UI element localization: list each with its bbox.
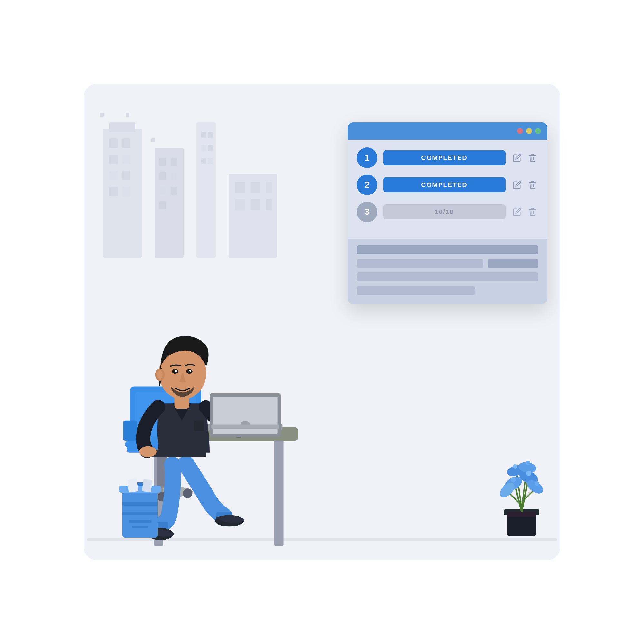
svg-rect-31 [266,199,272,210]
svg-rect-20 [208,132,213,138]
edit-icon-2[interactable] [511,179,523,191]
svg-rect-22 [208,145,213,151]
task-number-3: 3 [357,202,377,222]
svg-point-96 [526,471,531,476]
svg-point-98 [535,481,539,486]
svg-rect-2 [109,138,118,148]
svg-point-47 [183,488,192,498]
scene: 1 COMPLETED [32,32,612,612]
lower-sub-item-1a [357,259,483,268]
task-actions-1 [511,152,538,164]
task-number-2: 2 [357,175,377,195]
svg-rect-70 [211,424,279,429]
svg-rect-28 [266,182,272,193]
svg-rect-4 [109,155,118,164]
svg-point-95 [511,477,516,482]
titlebar-dot-green [535,128,541,134]
svg-point-97 [503,485,508,489]
svg-rect-36 [274,437,283,546]
task-number-1: 1 [357,147,377,168]
svg-rect-73 [122,502,158,506]
svg-rect-82 [507,512,536,517]
lower-sub-row-1 [357,259,538,268]
svg-rect-27 [251,182,260,193]
task-actions-2 [511,179,538,191]
city-skyline [90,97,316,258]
task-row-1: 1 COMPLETED [357,147,538,168]
trash-bin [116,473,164,538]
svg-rect-24 [208,158,213,164]
task-status-1: COMPLETED [383,150,506,165]
svg-rect-8 [109,187,118,196]
svg-point-62 [172,369,178,374]
svg-rect-55 [194,421,204,431]
svg-rect-14 [171,172,177,180]
svg-rect-18 [196,122,216,258]
svg-rect-26 [235,182,245,193]
svg-rect-77 [132,526,148,528]
svg-rect-30 [251,199,260,210]
svg-rect-78 [127,478,138,493]
svg-rect-32 [100,113,104,117]
svg-rect-5 [122,155,130,164]
delete-icon-2[interactable] [527,179,538,191]
svg-point-65 [189,370,191,372]
lower-bar-1 [357,245,538,254]
svg-rect-1 [109,122,135,132]
edit-icon-1[interactable] [511,152,523,164]
titlebar-dot-yellow [526,128,532,134]
svg-rect-3 [122,138,130,148]
svg-rect-76 [129,520,151,523]
lower-sub-item-1b [488,259,538,268]
svg-point-100 [526,461,530,465]
task-actions-3 [511,206,538,218]
svg-rect-9 [122,187,130,196]
svg-rect-23 [201,158,206,164]
svg-point-64 [175,370,177,372]
svg-rect-12 [171,158,177,166]
svg-rect-33 [126,113,129,117]
svg-rect-19 [201,132,206,138]
delete-icon-1[interactable] [527,152,538,164]
svg-point-61 [157,371,163,379]
decorative-plant [489,448,554,538]
delete-icon-3[interactable] [527,206,538,218]
svg-point-63 [186,369,192,374]
edit-icon-3[interactable] [511,206,523,218]
svg-rect-72 [119,486,161,493]
task-row-2: 2 COMPLETED [357,175,538,195]
task-row-3: 3 10/10 [357,202,538,222]
titlebar-dot-red [517,128,523,134]
svg-point-99 [513,464,517,469]
panel-titlebar [348,122,547,140]
svg-point-57 [139,446,157,457]
task-status-2: COMPLETED [383,177,506,192]
svg-rect-7 [122,171,130,180]
svg-rect-74 [122,512,158,515]
task-status-3: 10/10 [383,204,506,219]
svg-rect-29 [235,199,245,210]
svg-rect-42 [123,421,137,441]
svg-rect-16 [171,187,177,195]
svg-rect-15 [159,187,166,195]
svg-rect-6 [109,171,118,180]
svg-rect-13 [159,172,166,180]
svg-rect-34 [151,138,155,142]
svg-rect-11 [159,158,166,166]
panel-content: 1 COMPLETED [348,140,547,239]
svg-rect-21 [201,145,206,151]
svg-rect-17 [159,201,166,209]
svg-rect-79 [142,479,152,492]
svg-rect-10 [155,148,184,258]
